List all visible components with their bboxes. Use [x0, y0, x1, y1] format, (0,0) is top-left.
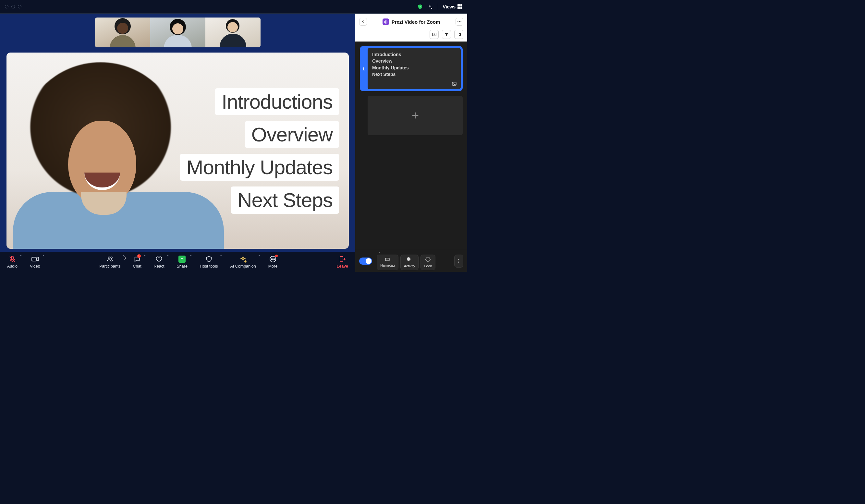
share-screen-icon: [178, 255, 186, 263]
chat-button[interactable]: ⌃ 1 Chat: [133, 255, 141, 269]
svg-point-22: [459, 259, 459, 260]
main-video[interactable]: Introductions Overview Monthly Updates N…: [7, 52, 349, 249]
footer-more-button[interactable]: [454, 255, 463, 268]
chevron-up-icon[interactable]: ⌃: [166, 255, 169, 258]
window-zoom-icon[interactable]: [18, 5, 21, 9]
prezi-logo-icon: ◎: [382, 19, 389, 25]
ai-companion-button[interactable]: ⌃ AI Companion: [230, 255, 256, 269]
meeting-toolbar: ⌃ Audio ⌃ Video ⌃ 3: [0, 252, 355, 272]
svg-point-8: [273, 258, 273, 259]
participants-button[interactable]: ⌃ 3 Participants: [99, 255, 120, 269]
window-controls: [5, 5, 21, 9]
look-button[interactable]: Look: [420, 255, 436, 270]
video-button[interactable]: ⌃ Video: [30, 255, 40, 269]
chevron-up-icon[interactable]: ⌃: [258, 255, 261, 258]
svg-point-17: [453, 83, 454, 84]
svg-point-12: [459, 21, 460, 22]
host-tools-button[interactable]: ⌃ Host tools: [200, 255, 218, 269]
svg-point-23: [459, 260, 459, 261]
more-button[interactable]: More: [268, 255, 277, 269]
back-button[interactable]: [359, 18, 367, 26]
filter-button[interactable]: [442, 30, 451, 39]
add-slide-button[interactable]: [368, 96, 463, 135]
diamond-icon: [425, 257, 431, 263]
microphone-muted-icon: [8, 255, 16, 263]
svg-point-24: [459, 262, 459, 263]
more-icon: [269, 255, 277, 263]
svg-rect-10: [340, 257, 343, 262]
grid-icon: [458, 4, 462, 9]
chevron-up-icon[interactable]: ⌃: [143, 255, 146, 258]
audio-button[interactable]: ⌃ Audio: [7, 255, 18, 269]
upload-button[interactable]: [429, 30, 439, 39]
side-panel-header: ◎ Prezi Video for Zoom: [355, 14, 467, 42]
svg-rect-20: [385, 258, 389, 261]
notification-dot-icon: [275, 255, 278, 257]
window-minimize-icon[interactable]: [11, 5, 15, 9]
side-panel: ◎ Prezi Video for Zoom: [355, 14, 467, 272]
svg-point-4: [108, 257, 110, 259]
presentation-overlay: Introductions Overview Monthly Updates N…: [180, 88, 339, 214]
heart-icon: [155, 255, 163, 263]
leave-label: Leave: [337, 264, 348, 269]
window-close-icon[interactable]: [5, 5, 9, 9]
chat-label: Chat: [133, 264, 141, 269]
chevron-up-icon[interactable]: ⌃: [220, 255, 222, 258]
participant-thumbnail[interactable]: [95, 17, 150, 47]
participants-label: Participants: [99, 264, 120, 269]
svg-point-13: [460, 21, 461, 22]
slide-content: Introductions Overview Monthly Updates N…: [372, 51, 456, 78]
overlay-item: Overview: [245, 121, 339, 148]
audio-label: Audio: [7, 264, 18, 269]
participant-thumbnail[interactable]: [205, 17, 261, 47]
svg-point-0: [431, 8, 432, 9]
share-button[interactable]: ⌃ Share: [177, 255, 187, 269]
leave-icon: [338, 255, 347, 263]
overlay-item: Next Steps: [231, 187, 339, 213]
react-label: React: [154, 264, 164, 269]
image-icon[interactable]: [451, 81, 458, 86]
people-icon: [106, 255, 114, 263]
chat-badge: 1: [137, 254, 141, 258]
activity-button[interactable]: Activity: [400, 255, 419, 270]
svg-point-5: [111, 257, 112, 258]
svg-point-11: [458, 21, 459, 22]
participant-thumbnail[interactable]: [150, 17, 205, 47]
slide-card[interactable]: 1 ••• Introductions Overview Monthly Upd…: [360, 46, 463, 91]
svg-point-7: [271, 258, 272, 259]
collapse-button[interactable]: [454, 30, 463, 39]
overlay-toggle[interactable]: [359, 258, 372, 265]
puzzle-icon: [406, 257, 412, 263]
shield-icon: [205, 255, 213, 263]
views-label: Views: [443, 4, 455, 9]
sparkle-icon[interactable]: [427, 4, 433, 10]
meeting-area: Introductions Overview Monthly Updates N…: [0, 14, 355, 272]
chevron-up-icon[interactable]: ⌃: [189, 255, 192, 258]
share-label: Share: [177, 264, 187, 269]
panel-more-button[interactable]: [455, 18, 463, 26]
leave-button[interactable]: Leave: [337, 255, 348, 269]
participants-count: 3: [124, 256, 126, 260]
svg-point-9: [274, 258, 275, 259]
react-button[interactable]: ⌃ React: [154, 255, 164, 269]
side-panel-footer: ⌃ Nametag Activity: [355, 250, 467, 272]
video-label: Video: [30, 264, 40, 269]
side-panel-title: ◎ Prezi Video for Zoom: [370, 19, 452, 25]
chevron-up-icon[interactable]: ⌃: [42, 255, 45, 258]
sparkles-icon: [239, 255, 247, 263]
svg-rect-3: [32, 257, 36, 261]
overlay-item: Introductions: [215, 88, 339, 115]
nametag-button[interactable]: Nametag: [377, 255, 399, 270]
more-label: More: [268, 264, 277, 269]
ai-companion-label: AI Companion: [230, 264, 256, 269]
chevron-up-icon[interactable]: ⌃: [20, 255, 22, 258]
video-camera-icon: [31, 255, 39, 263]
participant-thumbnails: [95, 17, 261, 47]
shield-check-icon[interactable]: [417, 4, 423, 10]
titlebar: Views: [0, 0, 467, 14]
slides-list: 1 ••• Introductions Overview Monthly Upd…: [355, 42, 467, 250]
chat-bubble-icon: 1: [133, 255, 141, 263]
slide-number: 1: [362, 66, 365, 71]
views-button[interactable]: Views: [443, 4, 462, 9]
nametag-icon: [384, 257, 391, 262]
